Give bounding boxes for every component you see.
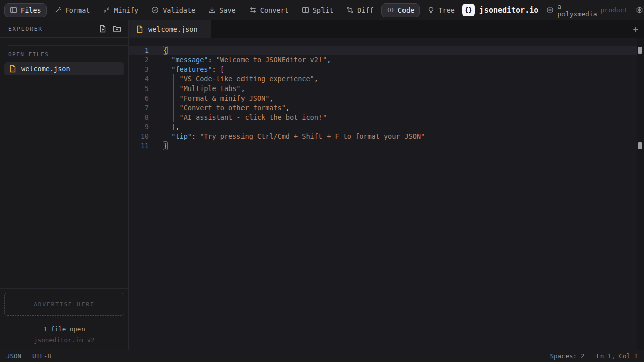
git-compare-icon [346, 6, 354, 14]
svg-text:(): () [11, 67, 15, 71]
status-encoding: UTF-8 [32, 352, 51, 360]
product-credit-prefix: a polyxmedia [557, 3, 597, 18]
status-bar: JSON UTF-8 Spaces: 2 Ln 1, Col 1 [0, 350, 644, 362]
tree-icon [427, 6, 435, 14]
line-number: 10 [129, 132, 149, 141]
split-columns-icon [302, 6, 309, 14]
minify-button[interactable]: Minify [97, 3, 144, 17]
code-view-button-label: Code [398, 6, 415, 14]
code-line[interactable]: 3 "features": [ [129, 65, 637, 74]
json-file-icon: () [136, 25, 144, 33]
line-number: 11 [129, 141, 149, 151]
code-text: "features": [ [163, 65, 224, 74]
tab-bar: () welcome.json + [129, 20, 644, 38]
save-button-label: Save [219, 6, 236, 14]
toolbar-right-cluster: {} jsoneditor.io a polyxmedia product AI… [462, 3, 644, 18]
code-line[interactable]: 8 "AI assistant - click the bot icon!" [129, 113, 637, 122]
tab-strip-empty [211, 20, 627, 38]
line-number: 6 [129, 94, 149, 103]
files-button[interactable]: Files [4, 3, 47, 17]
code-brackets-icon [387, 6, 394, 14]
editor-column: () welcome.json + 1{2 "message": "Welcom… [129, 20, 644, 350]
product-credit: a polyxmedia product [546, 3, 628, 18]
validate-button-label: Validate [163, 6, 195, 14]
explorer-actions [99, 25, 121, 33]
magic-wand-icon [54, 6, 62, 14]
convert-button-label: Convert [260, 6, 289, 14]
code-text: "Multiple tabs", [163, 84, 245, 94]
toolbar: Files Format Minify Validate Save Conver… [0, 0, 644, 20]
status-indent-info: Spaces: 2 [550, 352, 584, 360]
line-number: 1 [129, 46, 149, 55]
json-file-icon: () [9, 65, 17, 73]
code-line[interactable]: 10 "tip": "Try pressing Ctrl/Cmd + Shift… [129, 132, 637, 141]
line-number: 8 [129, 113, 149, 122]
format-button-label: Format [65, 6, 90, 14]
code-line[interactable]: 1{ [129, 46, 637, 55]
code-text: "VS Code-like editing experience", [163, 74, 318, 84]
tree-view-button[interactable]: Tree [422, 3, 460, 17]
convert-button[interactable]: Convert [244, 3, 294, 17]
new-tab-button[interactable]: + [627, 20, 644, 38]
check-circle-icon [151, 6, 159, 14]
diff-button-label: Diff [357, 6, 374, 14]
line-number: 4 [129, 74, 149, 84]
overview-ruler-scrollbar[interactable] [637, 38, 644, 350]
gem-icon [546, 6, 554, 14]
app-version: jsoneditor.io v2 [0, 336, 128, 344]
code-line[interactable]: 6 "Format & minify JSON", [129, 94, 637, 103]
code-editor[interactable]: 1{2 "message": "Welcome to JSONEditor v2… [129, 38, 644, 350]
code-view-button[interactable]: Code [381, 3, 420, 17]
split-button[interactable]: Split [296, 3, 339, 17]
status-cursor-position: Ln 1, Col 1 [596, 352, 638, 360]
code-line[interactable]: 2 "message": "Welcome to JSONEditor v2!"… [129, 55, 637, 65]
validate-button[interactable]: Validate [146, 3, 201, 17]
explorer-header: EXPLORER [0, 20, 128, 38]
code-line[interactable]: 9 ], [129, 122, 637, 132]
brand-name: jsoneditor.io [479, 6, 538, 15]
code-line[interactable]: 7 "Convert to other formats", [129, 103, 637, 113]
sidebar-item-welcome-json[interactable]: () welcome.json [4, 62, 124, 75]
open-files-title: OPEN FILES [0, 46, 128, 62]
ruler-mark-line11 [638, 142, 642, 149]
main-area: EXPLORER OPEN FILES () welcome.json ADVE… [0, 20, 644, 350]
code-text: "Convert to other formats", [163, 103, 290, 113]
sidebar-footer: 1 file open jsoneditor.io v2 [0, 320, 128, 350]
format-button[interactable]: Format [49, 3, 96, 17]
tree-view-button-label: Tree [438, 6, 455, 14]
minify-button-label: Minify [114, 6, 138, 14]
code-line[interactable]: 4 "VS Code-like editing experience", [129, 74, 637, 84]
ruler-mark-line1 [638, 47, 642, 54]
download-icon [208, 6, 216, 14]
tab-welcome-json[interactable]: () welcome.json [129, 20, 211, 38]
code-text: } [163, 141, 167, 151]
code-text: "Format & minify JSON", [163, 94, 273, 103]
new-folder-icon[interactable] [113, 25, 121, 33]
code-text: "message": "Welcome to JSONEditor v2!", [163, 55, 331, 65]
explorer-title: EXPLORER [8, 26, 43, 32]
code-text: ], [163, 122, 180, 132]
code-text: { [163, 46, 167, 55]
code-text: "AI assistant - click the bot icon!" [163, 113, 327, 122]
status-right: Spaces: 2 Ln 1, Col 1 [550, 352, 638, 360]
line-number: 9 [129, 122, 149, 132]
gem-icon [636, 6, 643, 14]
product-credit-suffix: product [601, 6, 628, 14]
sidebar-panel-icon [10, 6, 17, 14]
line-number: 2 [129, 55, 149, 65]
diff-button[interactable]: Diff [341, 3, 379, 17]
code-text: "tip": "Try pressing Ctrl/Cmd + Shift + … [163, 132, 425, 141]
files-button-label: Files [21, 6, 41, 14]
new-file-icon[interactable] [99, 25, 107, 33]
app-logo-icon: {} [462, 4, 475, 16]
ai-button[interactable]: AI [636, 6, 644, 14]
save-button[interactable]: Save [203, 3, 242, 17]
brand: {} jsoneditor.io [462, 4, 538, 16]
code-line[interactable]: 11} [129, 141, 637, 151]
code-lines: 1{2 "message": "Welcome to JSONEditor v2… [129, 38, 637, 151]
code-line[interactable]: 5 "Multiple tabs", [129, 84, 637, 94]
advertise-slot[interactable]: ADVERTISE HERE [4, 293, 124, 316]
line-number: 3 [129, 65, 149, 74]
files-open-count: 1 file open [0, 325, 128, 333]
swap-arrows-icon [249, 6, 257, 14]
